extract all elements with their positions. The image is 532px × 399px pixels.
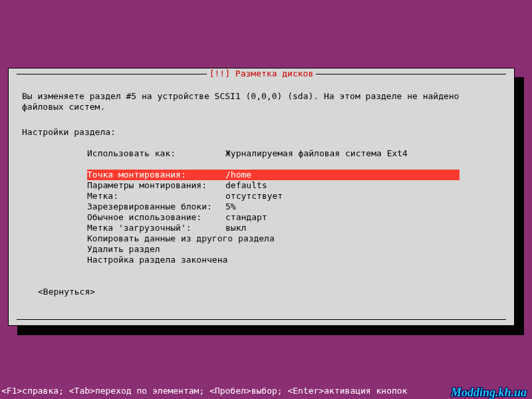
settings-label: Зарезервированные блоки: xyxy=(87,201,225,212)
actions-list: Копировать данные из другого разделаУдал… xyxy=(87,233,275,265)
settings-value: стандарт xyxy=(225,212,267,223)
settings-heading: Настройки раздела: xyxy=(22,127,116,138)
settings-row[interactable]: Использовать как:Журналируемая файловая … xyxy=(87,148,460,159)
settings-value: defaults xyxy=(225,180,267,191)
footer-hints: <F1>справка; <Tab>переход по элементам; … xyxy=(0,383,532,399)
settings-label: Точка монтирования: xyxy=(87,170,225,180)
settings-spacer xyxy=(87,159,460,170)
dialog-bottom-rule xyxy=(17,319,506,320)
dialog-title-text: [!!] Разметка дисков xyxy=(207,68,317,78)
settings-label: Параметры монтирования: xyxy=(87,180,225,191)
partition-dialog: [!!] Разметка дисков Вы изменяете раздел… xyxy=(8,68,515,326)
dialog-title: [!!] Разметка дисков xyxy=(9,68,514,79)
settings-value: Журналируемая файловая система Ext4 xyxy=(225,148,408,159)
settings-row[interactable]: Метка 'загрузочный':выкл xyxy=(87,223,460,233)
intro-text: Вы изменяете раздел #5 на устройстве SCS… xyxy=(22,91,501,112)
settings-value: 5% xyxy=(225,201,236,212)
settings-label: Использовать как: xyxy=(87,148,225,159)
settings-list: Использовать как:Журналируемая файловая … xyxy=(87,148,460,233)
settings-row[interactable]: Обычное использование:стандарт xyxy=(87,212,460,223)
action-item[interactable]: Удалить раздел xyxy=(87,244,275,255)
back-button[interactable]: <Вернуться> xyxy=(38,287,95,297)
settings-row[interactable]: Точка монтирования:/home xyxy=(87,170,460,180)
dialog-title-row: [!!] Разметка дисков xyxy=(9,68,514,79)
settings-row[interactable]: Метка:отсутствует xyxy=(87,191,460,201)
settings-value: отсутствует xyxy=(225,191,283,201)
settings-label: Метка: xyxy=(87,191,225,201)
settings-value: /home xyxy=(225,170,251,180)
settings-row[interactable]: Параметры монтирования:defaults xyxy=(87,180,460,191)
settings-value: выкл xyxy=(225,223,246,233)
action-item[interactable]: Копировать данные из другого раздела xyxy=(87,233,275,244)
action-item[interactable]: Настройка раздела закончена xyxy=(87,255,275,265)
settings-label: Обычное использование: xyxy=(87,212,225,223)
settings-row[interactable]: Зарезервированные блоки:5% xyxy=(87,201,460,212)
settings-label: Метка 'загрузочный': xyxy=(87,223,225,233)
